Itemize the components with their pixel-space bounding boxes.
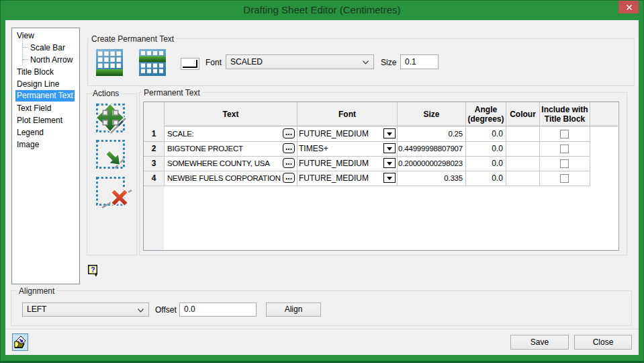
svg-text:?: ? [91,266,95,274]
